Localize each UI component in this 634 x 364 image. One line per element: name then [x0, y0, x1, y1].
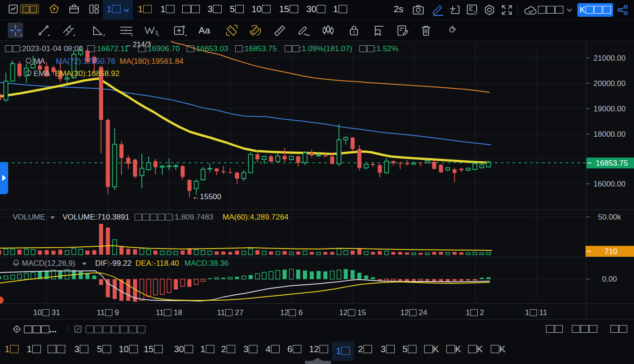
svg-text:0.00: 0.00 — [602, 275, 617, 283]
svg-text:19000.00: 19000.00 — [594, 105, 626, 113]
svg-text:20000.00: 20000.00 — [594, 79, 626, 88]
svg-text:16853.75: 16853.75 — [596, 159, 628, 168]
svg-text:50.00k: 50.00k — [598, 213, 621, 221]
svg-text:16000.00: 16000.00 — [594, 180, 626, 188]
svg-text:21000.00: 21000.00 — [594, 54, 626, 62]
svg-text:710: 710 — [605, 247, 617, 256]
svg-text:18000.00: 18000.00 — [594, 130, 626, 139]
svg-text:←15500: ←15500 — [192, 192, 221, 201]
